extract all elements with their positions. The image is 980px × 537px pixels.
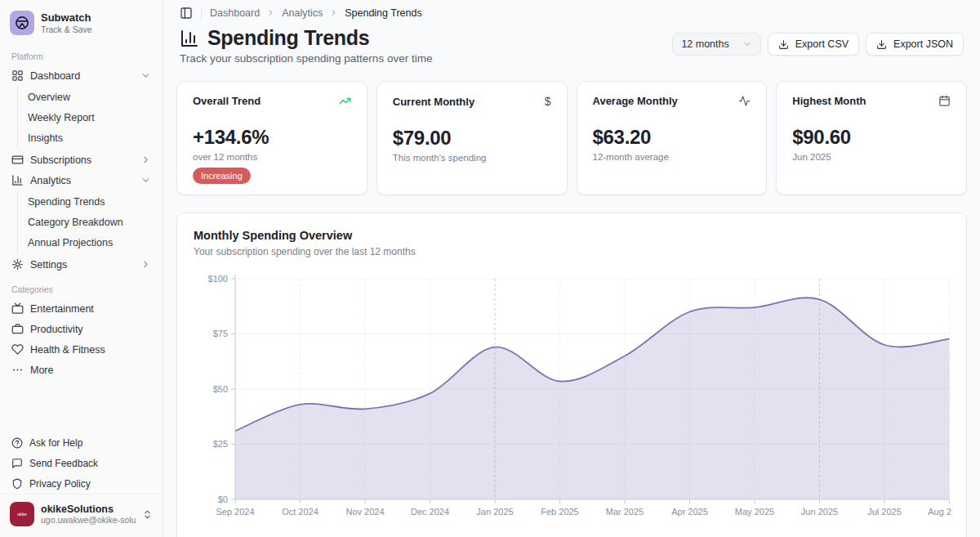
trending-up-icon bbox=[339, 95, 351, 107]
sidebar-item-health-fitness[interactable]: Health & Fitness bbox=[0, 339, 163, 360]
stat-caption: This month's spending bbox=[393, 153, 551, 163]
sidebar-item-subscriptions[interactable]: Subscriptions bbox=[0, 150, 163, 170]
sidebar-item-label: Analytics bbox=[30, 175, 71, 186]
breadcrumb-analytics[interactable]: Analytics bbox=[282, 7, 323, 19]
svg-text:Sep 2024: Sep 2024 bbox=[216, 507, 254, 517]
stat-card-highest-month: Highest Month $90.60 Jun 2025 bbox=[776, 81, 967, 195]
footer-link-label: Privacy Policy bbox=[29, 478, 91, 490]
stat-card-average-monthly: Average Monthly $63.20 12-month average bbox=[577, 81, 768, 195]
export-csv-label: Export CSV bbox=[795, 38, 849, 50]
svg-text:$75: $75 bbox=[213, 329, 228, 338]
sidebar: Subwatch Track & Save Platform Dashboard… bbox=[0, 0, 163, 537]
activity-icon bbox=[738, 95, 751, 107]
svg-text:Feb 2025: Feb 2025 bbox=[541, 507, 578, 517]
stat-title: Overall Trend bbox=[193, 95, 261, 107]
stat-title: Average Monthly bbox=[593, 95, 678, 107]
user-email: ugo.uwakwe@okike-solu... bbox=[41, 515, 136, 525]
sidebar-item-insights[interactable]: Insights bbox=[18, 128, 163, 148]
dashboard-submenu: Overview Weekly Report Insights bbox=[17, 87, 163, 148]
shield-icon bbox=[11, 478, 23, 490]
sidebar-item-productivity[interactable]: Productivity bbox=[0, 319, 163, 339]
stat-card-overall-trend: Overall Trend +134.6% over 12 months Inc… bbox=[176, 81, 368, 195]
main-content: Dashboard Analytics Spending Trends Spen… bbox=[163, 0, 980, 537]
brand-text: Subwatch Track & Save bbox=[41, 11, 92, 34]
sidebar-toggle-icon[interactable] bbox=[180, 7, 193, 20]
page-title-text: Spending Trends bbox=[207, 27, 369, 49]
topbar: Dashboard Analytics Spending Trends bbox=[176, 0, 967, 20]
sidebar-item-more[interactable]: More bbox=[0, 360, 163, 380]
ellipsis-icon bbox=[11, 364, 24, 376]
credit-card-icon bbox=[11, 154, 24, 166]
export-json-button[interactable]: Export JSON bbox=[866, 33, 964, 56]
svg-text:Oct 2024: Oct 2024 bbox=[282, 507, 318, 517]
user-menu[interactable]: okike okikeSolutions ugo.uwakwe@okike-so… bbox=[0, 494, 163, 535]
page-header: Spending Trends Track your subscription … bbox=[176, 27, 967, 65]
stat-card-current-monthly: Current Monthly $ $79.00 This month's sp… bbox=[376, 81, 568, 195]
download-icon bbox=[876, 39, 887, 50]
calendar-icon bbox=[938, 95, 951, 107]
svg-text:Dec 2024: Dec 2024 bbox=[411, 507, 449, 517]
sidebar-item-label: Dashboard bbox=[30, 70, 80, 82]
footer-link-label: Ask for Help bbox=[29, 437, 82, 449]
sidebar-item-overview[interactable]: Overview bbox=[18, 87, 163, 107]
svg-text:$100: $100 bbox=[208, 274, 228, 284]
chevrons-up-down-icon bbox=[142, 509, 153, 520]
range-select[interactable]: 12 months bbox=[672, 33, 760, 56]
section-label-categories: Categories bbox=[0, 275, 163, 298]
svg-text:$25: $25 bbox=[213, 439, 228, 449]
page-header-left: Spending Trends Track your subscription … bbox=[180, 27, 432, 65]
user-meta: okikeSolutions ugo.uwakwe@okike-solu... bbox=[41, 503, 136, 525]
status-badge: Increasing bbox=[193, 168, 251, 184]
sidebar-item-dashboard[interactable]: Dashboard bbox=[0, 65, 163, 86]
sidebar-item-label: Subscriptions bbox=[30, 154, 91, 166]
chevron-down-icon bbox=[140, 175, 151, 186]
sidebar-item-settings[interactable]: Settings bbox=[0, 254, 163, 275]
breadcrumb: Dashboard Analytics Spending Trends bbox=[210, 7, 422, 19]
ask-for-help-link[interactable]: Ask for Help bbox=[0, 432, 163, 453]
sidebar-item-label: More bbox=[30, 365, 53, 376]
sidebar-item-entertainment[interactable]: Entertainment bbox=[0, 298, 163, 319]
page-actions: 12 months Export CSV Export JSON bbox=[672, 33, 964, 56]
tv-icon bbox=[11, 302, 24, 315]
send-feedback-link[interactable]: Send Feedback bbox=[0, 453, 163, 473]
sidebar-item-category-breakdown[interactable]: Category Breakdown bbox=[18, 212, 163, 232]
sidebar-item-weekly-report[interactable]: Weekly Report bbox=[18, 107, 163, 128]
chart-card: Monthly Spending Overview Your subscript… bbox=[176, 213, 967, 537]
sidebar-item-spending-trends[interactable]: Spending Trends bbox=[18, 191, 163, 212]
page-title: Spending Trends bbox=[180, 27, 432, 49]
chart-subtitle: Your subscription spending over the last… bbox=[194, 246, 950, 257]
svg-text:Jul 2025: Jul 2025 bbox=[867, 507, 902, 517]
svg-text:Aug 2: Aug 2 bbox=[928, 507, 951, 517]
stat-value: $63.20 bbox=[593, 126, 751, 149]
range-select-value: 12 months bbox=[681, 38, 728, 50]
stat-value: +134.6% bbox=[193, 126, 351, 149]
svg-text:Apr 2025: Apr 2025 bbox=[671, 507, 708, 517]
stat-caption: over 12 months bbox=[193, 152, 351, 162]
bar-chart-icon bbox=[11, 174, 24, 186]
chart-title: Monthly Spending Overview bbox=[194, 229, 950, 242]
sidebar-footer: Ask for Help Send Feedback Privacy Polic… bbox=[0, 432, 163, 537]
spending-area-chart[interactable]: $0$25$50$75$100Sep 2024Oct 2024Nov 2024D… bbox=[194, 272, 951, 524]
sidebar-item-annual-projections[interactable]: Annual Projections bbox=[18, 232, 163, 253]
privacy-policy-link[interactable]: Privacy Policy bbox=[0, 473, 163, 494]
analytics-submenu: Spending Trends Category Breakdown Annua… bbox=[17, 191, 163, 253]
svg-text:$50: $50 bbox=[213, 384, 228, 394]
avatar: okike bbox=[10, 502, 34, 526]
svg-text:May 2025: May 2025 bbox=[735, 507, 774, 517]
brand-tagline: Track & Save bbox=[41, 25, 92, 34]
svg-text:Jan 2025: Jan 2025 bbox=[476, 507, 513, 517]
heart-icon bbox=[11, 343, 24, 356]
download-icon bbox=[778, 39, 789, 50]
stat-cards: Overall Trend +134.6% over 12 months Inc… bbox=[176, 81, 967, 195]
sidebar-item-analytics[interactable]: Analytics bbox=[0, 170, 163, 190]
app-root: Subwatch Track & Save Platform Dashboard… bbox=[0, 0, 980, 537]
brand: Subwatch Track & Save bbox=[0, 0, 163, 42]
export-json-label: Export JSON bbox=[893, 38, 953, 50]
help-circle-icon bbox=[11, 437, 23, 449]
export-csv-button[interactable]: Export CSV bbox=[768, 33, 859, 56]
briefcase-icon bbox=[11, 323, 24, 335]
stat-title: Current Monthly bbox=[393, 96, 474, 108]
breadcrumb-dashboard[interactable]: Dashboard bbox=[210, 7, 260, 19]
chevron-down-icon bbox=[742, 39, 752, 49]
bar-chart-icon bbox=[180, 29, 199, 48]
